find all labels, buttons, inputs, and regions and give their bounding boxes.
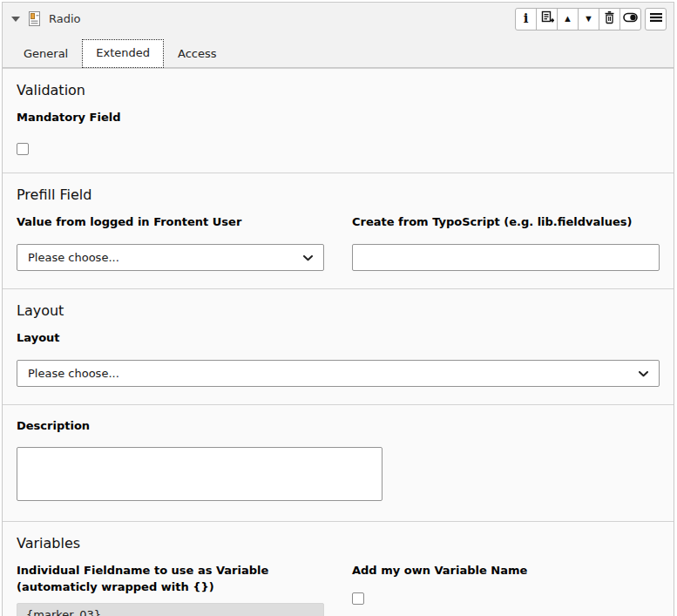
toggle-switch-icon [623,12,638,25]
hamburger-drag-icon [650,12,662,25]
frontend-user-select[interactable]: Please choose... [17,244,324,271]
section-variables: Variables Individual Fieldname to use as… [3,521,674,616]
info-icon: i [524,12,529,25]
typoscript-label: Create from TypoScript (e.g. lib.fieldva… [352,214,660,231]
drag-handle-button[interactable] [645,8,667,30]
toolbar-button-group: i ▲ [515,8,641,30]
layout-select-value: Please choose... [28,367,119,380]
document-plus-icon [540,10,554,27]
form-element-panel: Radio i [2,2,674,616]
mandatory-field-label: Mandatory Field [17,110,660,126]
mandatory-field-checkbox[interactable] [17,143,29,155]
delete-button[interactable] [599,8,620,30]
layout-heading: Layout [17,302,660,319]
fieldname-variable-label: Individual Fieldname to use as Variable … [17,563,324,596]
arrow-down-icon: ▼ [584,14,593,24]
own-variable-name-label: Add my own Variable Name [352,563,660,579]
variables-heading: Variables [17,535,660,552]
section-description: Description [3,404,674,522]
fieldname-variable-label-line2: (automaticly wrapped with {}) [17,579,324,596]
chevron-down-icon [639,367,648,380]
description-label: Description [17,418,660,435]
fieldname-variable-label-line1: Individual Fieldname to use as Variable [17,563,324,579]
move-up-button[interactable]: ▲ [557,8,579,30]
toggle-visibility-button[interactable] [619,8,641,30]
element-title: Radio [49,12,81,25]
layout-select[interactable]: Please choose... [17,360,660,387]
section-validation: Validation Mandatory Field [3,68,674,173]
tab-general[interactable]: General [10,41,82,67]
validation-heading: Validation [17,82,660,98]
tab-extended[interactable]: Extended [82,39,164,68]
trash-icon [603,10,616,27]
own-variable-name-checkbox[interactable] [352,592,364,605]
description-textarea[interactable] [17,447,383,501]
prefill-heading: Prefill Field [17,186,660,203]
fieldname-variable-input [17,603,324,616]
new-element-after-button[interactable] [536,8,558,30]
tab-access[interactable]: Access [164,41,231,67]
frontend-user-label: Value from logged in Frontent User [17,214,324,231]
form-element-document-icon [28,11,41,26]
panel-header: Radio i [3,3,674,35]
collapse-chevron-down-icon[interactable] [11,17,20,22]
arrow-up-icon: ▲ [563,14,572,24]
chevron-down-icon [303,251,313,264]
frontend-user-select-value: Please choose... [28,251,119,264]
info-button[interactable]: i [515,8,537,30]
section-prefill: Prefill Field Value from logged in Front… [3,173,674,288]
element-toolbar: i ▲ [515,8,667,30]
typoscript-input[interactable] [352,244,660,271]
section-layout: Layout Layout Please choose... [3,288,674,404]
move-down-button[interactable]: ▼ [578,8,599,30]
tabbar: General Extended Access [3,35,674,68]
layout-label: Layout [17,330,660,347]
